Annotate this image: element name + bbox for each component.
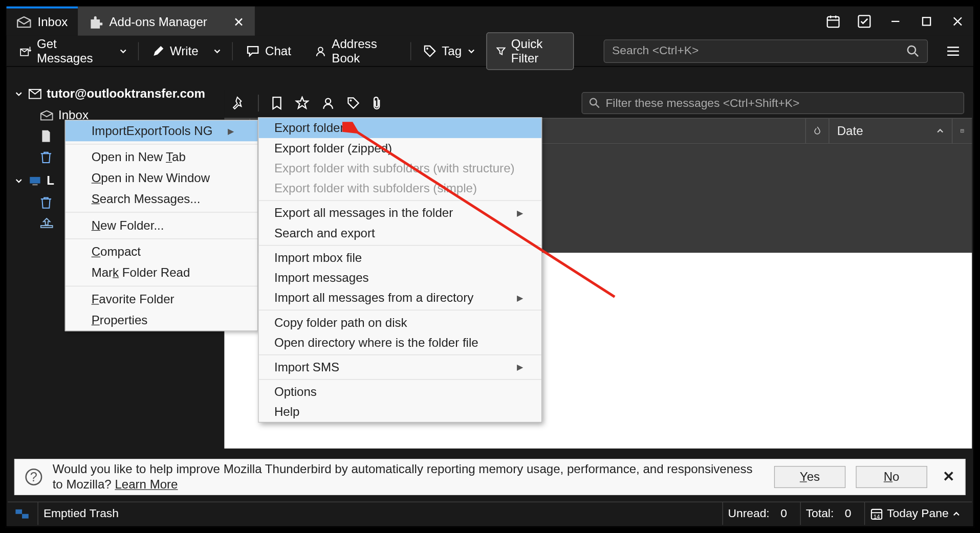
menu-item[interactable]: Copy folder path on disk xyxy=(259,313,541,332)
tab-inbox[interactable]: Inbox xyxy=(7,7,78,36)
menu-item-label: New Folder... xyxy=(92,218,164,233)
menu-item[interactable]: Export folder (zipped) xyxy=(259,138,541,158)
tab-addons-label: Add-ons Manager xyxy=(109,15,207,29)
menu-item[interactable]: Open in New Tab xyxy=(66,147,257,168)
menu-item-label: Copy folder path on disk xyxy=(274,315,407,329)
get-messages-dropdown[interactable] xyxy=(115,42,132,59)
menu-item[interactable]: Help xyxy=(259,402,541,422)
search-icon xyxy=(906,45,919,57)
menu-item[interactable]: Compact xyxy=(66,242,257,263)
menu-item[interactable]: Export all messages in the folder▶ xyxy=(259,203,541,223)
info-icon: ? xyxy=(25,469,42,485)
inbox-icon xyxy=(40,110,53,120)
yes-button[interactable]: Yes xyxy=(774,466,845,488)
computer-icon xyxy=(29,175,41,186)
local-folders-label: L xyxy=(47,174,54,188)
menu-item[interactable]: New Folder... xyxy=(66,215,257,236)
menu-item-label: Import messages xyxy=(274,271,369,285)
svg-point-10 xyxy=(318,47,323,52)
star-icon[interactable] xyxy=(295,96,309,110)
svg-point-20 xyxy=(325,99,331,104)
addons-icon xyxy=(89,15,103,29)
col-flag[interactable] xyxy=(806,119,830,143)
menu-separator xyxy=(66,144,257,144)
tab-addons[interactable]: Add-ons Manager ✕ xyxy=(78,7,255,36)
menu-separator xyxy=(259,354,541,355)
menu-item-label: Help xyxy=(274,405,300,419)
learn-more-link[interactable]: Learn More xyxy=(115,478,178,492)
telemetry-notification: ? Would you like to help improve Mozilla… xyxy=(14,459,966,495)
menu-item[interactable]: Import all messages from a directory▶ xyxy=(259,288,541,308)
menu-separator xyxy=(259,201,541,201)
network-icon[interactable] xyxy=(14,507,30,520)
column-picker-icon xyxy=(960,126,964,136)
titlebar: Inbox Add-ons Manager ✕ xyxy=(7,7,973,36)
window-minimize-icon[interactable] xyxy=(880,7,911,36)
notification-close-icon[interactable]: ✕ xyxy=(943,469,954,485)
menu-item[interactable]: Search and export xyxy=(259,223,541,243)
separator xyxy=(258,95,258,112)
bookmark-icon[interactable] xyxy=(270,96,283,110)
calendar-icon[interactable] xyxy=(818,7,849,36)
menu-item-label: Export folder with subfolders (with stru… xyxy=(274,161,515,175)
menu-item-label: Export folder with subfolders (simple) xyxy=(274,181,477,195)
status-bar: Emptied Trash Unread: 0 Total: 0 14 Toda… xyxy=(8,502,972,525)
contact-icon[interactable] xyxy=(321,96,335,110)
window-maximize-icon[interactable] xyxy=(911,7,942,36)
svg-point-22 xyxy=(590,99,597,105)
menu-item[interactable]: Import SMS▶ xyxy=(259,357,541,377)
get-messages-button[interactable]: Get Messages xyxy=(13,33,111,69)
chevron-down-icon xyxy=(14,90,24,99)
menu-item-label: Mark Folder Read xyxy=(92,265,190,280)
window-close-icon[interactable] xyxy=(942,7,973,36)
calendar-small-icon: 14 xyxy=(870,507,883,520)
tag-icon[interactable] xyxy=(347,97,360,109)
separator xyxy=(410,42,410,60)
menu-item[interactable]: Import mbox file xyxy=(259,248,541,268)
col-date[interactable]: Date xyxy=(829,119,952,143)
tag-label: Tag xyxy=(442,44,462,58)
menu-item[interactable]: Export folder xyxy=(259,118,541,138)
pencil-icon xyxy=(151,45,164,57)
chevron-down-icon xyxy=(467,47,476,56)
menu-separator xyxy=(259,310,541,310)
menu-separator xyxy=(259,245,541,246)
write-button[interactable]: Write xyxy=(145,40,205,62)
today-pane-toggle[interactable]: 14 Today Pane xyxy=(864,502,966,525)
attachment-icon[interactable] xyxy=(372,96,382,110)
menu-item[interactable]: Open in New Window xyxy=(66,168,257,189)
app-menu-button[interactable] xyxy=(940,41,967,60)
menu-item[interactable]: Options xyxy=(259,382,541,402)
menu-item-label: Export folder xyxy=(274,121,344,135)
tab-close-icon[interactable]: ✕ xyxy=(233,14,245,30)
menu-separator xyxy=(66,238,257,239)
menu-item[interactable]: ImportExportTools NG▶ xyxy=(66,121,257,142)
chevron-down-icon xyxy=(14,176,24,186)
svg-rect-0 xyxy=(827,16,839,27)
no-button[interactable]: No xyxy=(856,466,927,488)
filter-messages-input[interactable]: Filter these messages <Ctrl+Shift+K> xyxy=(581,92,964,114)
tag-button[interactable]: Tag xyxy=(417,40,483,62)
funnel-icon xyxy=(496,45,506,57)
pin-icon[interactable] xyxy=(232,96,247,110)
tasks-icon[interactable] xyxy=(849,7,880,36)
col-picker[interactable] xyxy=(952,119,972,143)
menu-item[interactable]: Mark Folder Read xyxy=(66,262,257,283)
address-book-button[interactable]: Address Book xyxy=(308,33,404,69)
menu-item[interactable]: Open directory where is the folder file xyxy=(259,332,541,352)
menu-item-label: Open directory where is the folder file xyxy=(274,336,478,350)
chat-button[interactable]: Chat xyxy=(239,40,297,62)
write-dropdown[interactable] xyxy=(209,42,226,59)
menu-item[interactable]: Properties xyxy=(66,310,257,331)
account-item[interactable]: tutor@outlooktransfer.com xyxy=(8,83,224,105)
menu-item[interactable]: Search Messages... xyxy=(66,189,257,210)
menu-item-label: Export all messages in the folder xyxy=(274,206,453,220)
menu-item-label: ImportExportTools NG xyxy=(92,124,213,138)
menu-item-label: Search Messages... xyxy=(92,192,201,206)
tag-icon xyxy=(424,45,437,57)
menu-item[interactable]: Import messages xyxy=(259,268,541,287)
download-mail-icon xyxy=(19,45,32,57)
menu-item[interactable]: Favorite Folder xyxy=(66,289,257,310)
global-search-input[interactable]: Search <Ctrl+K> xyxy=(604,39,928,63)
quick-filter-toggle[interactable]: Quick Filter xyxy=(486,32,574,70)
